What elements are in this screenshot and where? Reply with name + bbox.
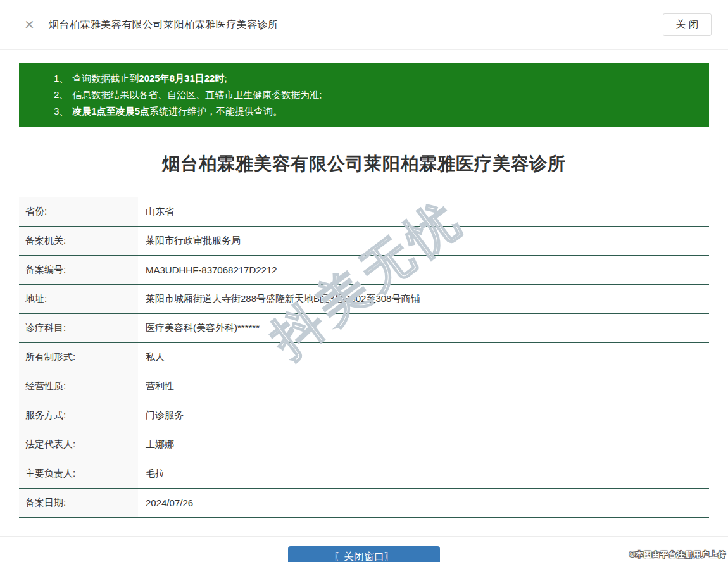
- row-value: 医疗美容科(美容外科)******: [138, 314, 709, 342]
- row-value: 2024/07/26: [138, 489, 709, 517]
- notice-line: 1、查询数据截止到2025年8月31日22时;: [54, 70, 696, 87]
- notice-text-bold: 凌晨1点至凌晨5点: [72, 106, 149, 116]
- notice-line-number: 3、: [54, 106, 68, 116]
- notice-text: 信息数据结果以各省、自治区、直辖市卫生健康委数据为准;: [72, 89, 322, 100]
- notice-text-bold: 2025年8月31日22时: [139, 73, 224, 84]
- row-label: 诊疗科目:: [19, 314, 138, 342]
- record-title: 烟台柏霖雅美容有限公司莱阳柏霖雅医疗美容诊所: [0, 152, 728, 176]
- close-window-button[interactable]: 〖关闭窗口〗: [288, 546, 440, 562]
- dialog-title: 烟台柏霖雅美容有限公司莱阳柏霖雅医疗美容诊所: [49, 18, 279, 32]
- table-row: 省份: 山东省: [19, 197, 709, 227]
- row-value: 私人: [138, 343, 709, 372]
- row-value: 毛拉: [138, 459, 709, 488]
- row-value: MA3UDHHF-837068217D2212: [138, 256, 709, 284]
- close-x-icon[interactable]: ✕: [24, 18, 35, 31]
- row-value: 莱阳市行政审批服务局: [138, 227, 709, 255]
- notice-text: ;: [224, 73, 227, 84]
- dialog-header: ✕ 烟台柏霖雅美容有限公司莱阳柏霖雅医疗美容诊所 关 闭: [0, 0, 728, 50]
- table-row: 备案机关: 莱阳市行政审批服务局: [19, 227, 709, 256]
- row-label: 备案编号:: [19, 256, 138, 284]
- record-table: 省份: 山东省 备案机关: 莱阳市行政审批服务局 备案编号: MA3UDHHF-…: [19, 197, 709, 518]
- table-row: 备案日期: 2024/07/26: [19, 489, 709, 518]
- row-label: 省份:: [19, 197, 138, 226]
- row-label: 主要负责人:: [19, 459, 138, 488]
- row-label: 备案机关:: [19, 227, 138, 255]
- row-value: 营利性: [138, 372, 709, 401]
- notice-line: 2、信息数据结果以各省、自治区、直辖市卫生健康委数据为准;: [54, 87, 696, 103]
- close-button[interactable]: 关 闭: [663, 13, 712, 36]
- row-value: 门诊服务: [138, 401, 709, 430]
- table-row: 主要负责人: 毛拉: [19, 459, 709, 489]
- notice-banner: 1、查询数据截止到2025年8月31日22时; 2、信息数据结果以各省、自治区、…: [19, 63, 709, 127]
- table-row: 诊疗科目: 医疗美容科(美容外科)******: [19, 314, 709, 343]
- row-label: 服务方式:: [19, 401, 138, 430]
- notice-line-number: 2、: [54, 89, 68, 100]
- table-row: 所有制形式: 私人: [19, 343, 709, 372]
- table-row: 经营性质: 营利性: [19, 372, 709, 401]
- table-row: 法定代表人: 王娜娜: [19, 430, 709, 459]
- notice-text: 系统进行维护，不能提供查询。: [149, 106, 282, 116]
- notice-text: 查询数据截止到: [72, 73, 139, 84]
- notice-line: 3、凌晨1点至凌晨5点系统进行维护，不能提供查询。: [54, 103, 696, 120]
- table-row: 地址: 莱阳市城厢街道大寺街288号盛隆新天地B区3层B302至308号商铺: [19, 285, 709, 314]
- row-value: 莱阳市城厢街道大寺街288号盛隆新天地B区3层B302至308号商铺: [138, 285, 709, 313]
- row-value: 王娜娜: [138, 430, 709, 459]
- footer: 〖关闭窗口〗: [0, 537, 728, 562]
- row-label: 经营性质:: [19, 372, 138, 401]
- upload-credit-watermark: ©本图由平台注册用户上传: [629, 549, 726, 560]
- table-row: 服务方式: 门诊服务: [19, 401, 709, 430]
- notice-line-number: 1、: [54, 73, 68, 84]
- row-label: 备案日期:: [19, 489, 138, 517]
- row-value: 山东省: [138, 197, 709, 226]
- row-label: 地址:: [19, 285, 138, 313]
- row-label: 法定代表人:: [19, 430, 138, 459]
- row-label: 所有制形式:: [19, 343, 138, 372]
- table-row: 备案编号: MA3UDHHF-837068217D2212: [19, 256, 709, 285]
